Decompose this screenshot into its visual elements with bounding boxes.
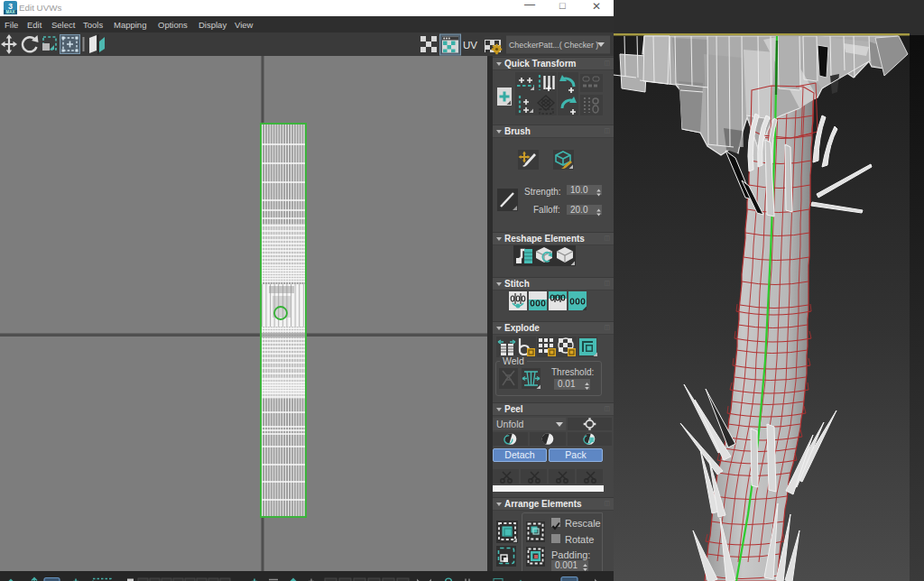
svg-text:UV: UV xyxy=(463,40,477,51)
svg-text:MAX: MAX xyxy=(6,10,15,14)
svg-text:CheckerPatt...( Checker ): CheckerPatt...( Checker ) xyxy=(509,41,598,50)
